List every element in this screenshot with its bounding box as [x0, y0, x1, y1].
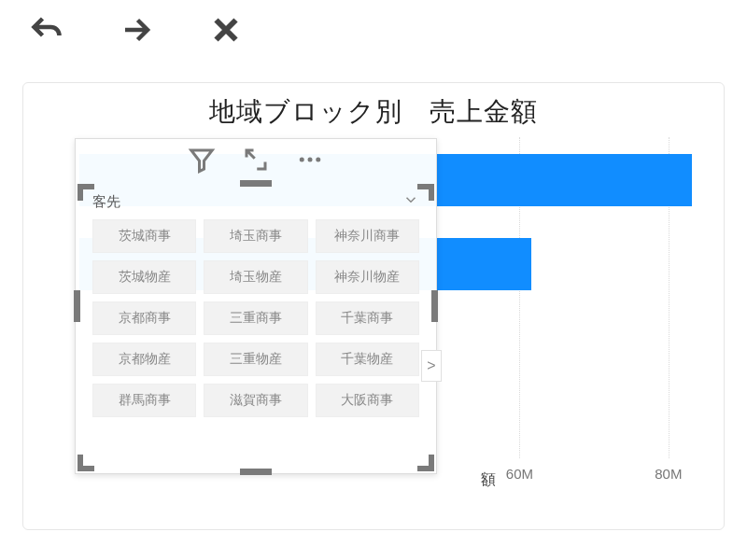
resize-handle-right[interactable] — [431, 290, 438, 322]
slicer-toolbar — [76, 139, 436, 184]
close-button[interactable] — [204, 7, 248, 52]
slicer-chip[interactable]: 滋賀商事 — [204, 384, 307, 417]
x-tick-label: 60M — [506, 466, 533, 482]
slicer-chip[interactable]: 京都商事 — [92, 301, 196, 335]
slicer-header: 客先 — [76, 189, 436, 219]
slicer-chip[interactable]: 埼玉物産 — [204, 260, 307, 294]
x-tick-label: 80M — [655, 466, 682, 482]
undo-arrow-icon — [30, 13, 63, 47]
slicer-chip[interactable]: 千葉商事 — [316, 301, 419, 335]
more-options-icon[interactable] — [296, 146, 324, 177]
slicer-chip[interactable]: 三重物産 — [204, 343, 307, 376]
slicer-chip[interactable]: 茨城物産 — [92, 260, 196, 294]
slicer-chip[interactable]: 神奈川商事 — [316, 219, 419, 253]
resize-handle-tl[interactable] — [78, 184, 94, 201]
slicer-chip[interactable]: 千葉物産 — [316, 343, 419, 376]
slicer-chip[interactable]: 群馬商事 — [92, 384, 196, 417]
slicer-chip[interactable]: 大阪商事 — [316, 384, 419, 417]
filter-icon[interactable] — [188, 146, 216, 177]
arrow-right-icon — [120, 13, 153, 47]
slicer-chip[interactable]: 三重商事 — [204, 301, 307, 335]
resize-handle-br[interactable] — [417, 455, 434, 471]
slicer-chip[interactable]: 京都物産 — [92, 343, 196, 376]
close-icon — [209, 13, 243, 47]
slicer-chip[interactable]: 埼玉商事 — [204, 219, 307, 253]
slicer-next-page[interactable]: > — [421, 350, 442, 382]
chart-title: 地域ブロック別 売上金額 — [40, 94, 707, 130]
svg-point-1 — [308, 158, 313, 162]
back-button[interactable] — [24, 7, 69, 52]
forward-button[interactable] — [114, 7, 159, 52]
resize-handle-bottom[interactable] — [240, 469, 272, 475]
slicer-chip[interactable]: 神奈川物産 — [316, 260, 419, 294]
svg-point-0 — [300, 158, 304, 162]
resize-handle-tr[interactable] — [417, 184, 434, 201]
slicer-popup[interactable]: 客先 茨城商事埼玉商事神奈川商事茨城物産埼玉物産神奈川物産京都商事三重商事千葉商… — [75, 138, 437, 474]
slicer-grid: 茨城商事埼玉商事神奈川商事茨城物産埼玉物産神奈川物産京都商事三重商事千葉商事京都… — [76, 219, 436, 417]
slicer-title: 客先 — [92, 193, 120, 211]
y-axis-label — [46, 268, 61, 272]
resize-handle-bl[interactable] — [78, 455, 94, 471]
svg-point-2 — [316, 158, 320, 162]
x-axis-label-fragment: 額 — [481, 470, 496, 490]
history-toolbar — [0, 0, 747, 60]
resize-handle-top[interactable] — [240, 180, 272, 187]
chevron-right-icon: > — [427, 357, 435, 374]
resize-handle-left[interactable] — [74, 290, 80, 322]
slicer-chip[interactable]: 茨城商事 — [92, 219, 196, 253]
focus-mode-icon[interactable] — [242, 146, 270, 177]
